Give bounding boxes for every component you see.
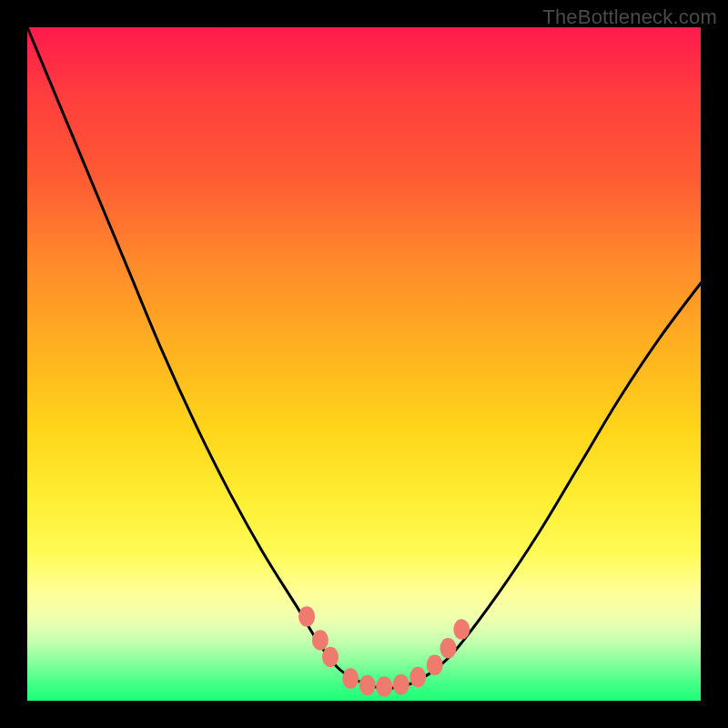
watermark-text: TheBottleneck.com	[542, 5, 717, 29]
curve-markers	[298, 606, 470, 697]
marker-flat-4	[393, 674, 410, 695]
marker-left-outer	[298, 606, 315, 627]
marker-left-inner	[322, 647, 339, 668]
marker-right-inner	[427, 655, 443, 676]
bottleneck-curve	[27, 27, 701, 688]
outer-frame: TheBottleneck.com	[0, 0, 728, 728]
marker-flat-3	[376, 676, 392, 697]
marker-left-mid	[312, 630, 329, 651]
chart-overlay-svg	[27, 27, 701, 701]
marker-right-outer	[453, 619, 470, 640]
marker-flat-5	[410, 667, 426, 688]
plot-area	[27, 27, 701, 701]
marker-flat-1	[342, 668, 359, 689]
marker-flat-2	[359, 675, 376, 696]
marker-right-mid	[440, 638, 457, 659]
